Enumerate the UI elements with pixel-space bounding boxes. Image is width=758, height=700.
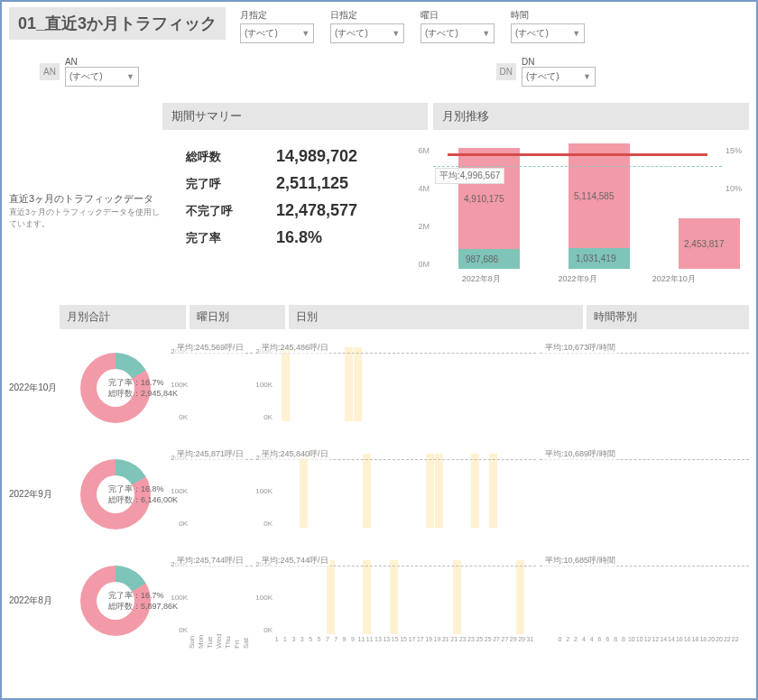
month-row-label: 2022年10月 (9, 382, 60, 394)
monthly-bar-label: 1,031,419 (576, 253, 616, 263)
mini-y-axis: 200K100K0K (171, 347, 190, 421)
chevron-down-icon: ▼ (572, 29, 580, 38)
filter-dn-select[interactable]: (すべて)▼ (522, 67, 596, 87)
mini-avg-label: 平均:245,744呼/日 (260, 555, 330, 566)
mini-avg-label: 平均:245,744呼/日 (175, 555, 245, 566)
filter-hour-label: 時間 (511, 9, 585, 22)
mini-x-axis (273, 423, 534, 436)
mini-x-axis: SunMonTueWedThuFriSat (188, 636, 251, 649)
mini-y-axis (540, 560, 558, 634)
month-row-label: 2022年8月 (9, 594, 60, 607)
donut-chart[interactable]: 完了率：16.8%総呼数：6,146,00K (60, 459, 171, 530)
chevron-down-icon: ▼ (583, 72, 591, 81)
monthly-y-axis: 6M4M2M0M (410, 146, 430, 269)
mini-avg-label: 平均:245,569呼/日 (175, 342, 245, 354)
monthly-x-axis: 2022年8月2022年9月2022年10月 (433, 273, 722, 285)
kpi-rate-value: 16.8% (276, 228, 322, 247)
page-title: 01_直近3か月トラフィック (9, 7, 226, 40)
mini-chart[interactable]: 平均:245,840呼/日200K100K0K (256, 447, 536, 542)
mini-x-axis (273, 530, 534, 542)
monthly-bar[interactable] (568, 143, 630, 269)
kpi-incomplete-value: 12,478,577 (276, 201, 357, 220)
header-hourly: 時間帯別 (587, 305, 749, 329)
monthly-bar-label: 4,910,175 (464, 194, 504, 204)
chevron-down-icon: ▼ (301, 29, 310, 38)
description: 直近3ヶ月のトラフィックデータ 直近3ヶ月のトラフィックデータを使用しています。 (9, 139, 162, 292)
donut-chart[interactable]: 完了率：16.7%総呼数：5,897,86K (60, 566, 171, 636)
kpi-complete-value: 2,511,125 (276, 174, 348, 193)
mini-y-axis (540, 347, 558, 421)
filter-dn-label: DN (522, 57, 534, 67)
header-monthly: 月別推移 (433, 103, 749, 130)
mini-x-axis (188, 423, 251, 436)
mini-chart[interactable]: 平均:10,673呼/時間 (540, 340, 749, 436)
monthly-avg-line (433, 166, 722, 167)
header-month-total: 月別合計 (60, 305, 186, 329)
chevron-down-icon: ▼ (126, 72, 134, 81)
mini-chart[interactable]: 平均:245,744呼/日200K100K0K11335577991111131… (256, 553, 536, 649)
header-dow: 曜日別 (190, 305, 285, 329)
filter-dow: 曜日 (すべて)▼ (421, 9, 495, 43)
mini-chart[interactable]: 平均:245,486呼/日200K100K0K (256, 340, 536, 436)
donut-label: 完了率：16.8%総呼数：6,146,00K (108, 484, 178, 505)
filter-month-label: 月指定 (240, 9, 314, 22)
mini-y-axis: 200K100K0K (171, 560, 190, 634)
kpi-total-label: 総呼数 (162, 149, 276, 165)
mini-x-axis: 0224466881010121214141616181820202222 (556, 636, 747, 649)
dashboard-frame: 01_直近3か月トラフィック 月指定 (すべて)▼ 日指定 (すべて)▼ 曜日 … (0, 0, 758, 700)
donut-label: 完了率：16.7%総呼数：5,897,86K (108, 591, 178, 612)
mini-chart[interactable]: 平均:10,689呼/時間 (540, 447, 749, 542)
monthly-avg-label: 平均:4,996,567 (435, 168, 504, 184)
filter-an-select[interactable]: (すべて)▼ (65, 67, 139, 87)
kpi-rate-label: 完了率 (162, 230, 276, 246)
kpi-total-value: 14,989,702 (276, 147, 357, 166)
header-daily: 日別 (289, 305, 583, 329)
filter-dow-label: 曜日 (421, 9, 495, 22)
mini-x-axis (556, 530, 747, 542)
filter-dn-badge: DN (496, 63, 516, 80)
mini-avg-label: 平均:245,871呼/日 (175, 448, 245, 460)
filter-dow-select[interactable]: (すべて)▼ (421, 23, 495, 43)
month-row: 2022年8月完了率：16.7%総呼数：5,897,86K平均:245,744呼… (9, 548, 749, 654)
mini-avg-label: 平均:245,840呼/日 (260, 448, 330, 460)
month-row: 2022年9月完了率：16.8%総呼数：6,146,00K平均:245,871呼… (9, 441, 749, 548)
filter-an-badge: AN (40, 63, 60, 80)
mini-y-axis: 200K100K0K (171, 454, 190, 528)
filter-hour-select[interactable]: (すべて)▼ (511, 23, 585, 43)
mini-chart[interactable]: 平均:10,685呼/時間 02244668810101212141416161… (540, 553, 749, 649)
filter-month-select[interactable]: (すべて)▼ (240, 23, 314, 43)
filter-day: 日指定 (すべて)▼ (330, 9, 404, 43)
filter-day-select[interactable]: (すべて)▼ (330, 23, 404, 43)
mini-avg-label: 平均:10,685呼/時間 (543, 555, 617, 566)
mini-x-axis (556, 423, 747, 436)
header-summary: 期間サマリー (162, 103, 428, 130)
kpi-complete-label: 完了呼 (162, 176, 276, 192)
monthly-bar-label: 987,686 (466, 254, 498, 264)
monthly-bar-label: 5,114,585 (574, 191, 615, 201)
mini-chart[interactable]: 平均:245,569呼/日200K100K0K (171, 340, 253, 436)
mini-x-axis: 1133557799111113131515171719192121232325… (273, 636, 534, 649)
mini-avg-label: 平均:10,673呼/時間 (543, 342, 617, 354)
mini-y-axis (540, 454, 558, 528)
filter-day-label: 日指定 (330, 9, 404, 22)
donut-chart[interactable]: 完了率：16.7%総呼数：2,945,84K (60, 353, 171, 423)
donut-label: 完了率：16.7%総呼数：2,945,84K (108, 378, 178, 399)
chevron-down-icon: ▼ (482, 29, 490, 38)
mini-y-axis: 200K100K0K (256, 454, 274, 528)
mini-x-axis (188, 530, 251, 542)
mini-avg-label: 平均:10,689呼/時間 (543, 448, 617, 460)
filter-hour: 時間 (すべて)▼ (511, 9, 585, 43)
month-row: 2022年10月完了率：16.7%総呼数：2,945,84K平均:245,569… (9, 335, 749, 441)
filter-an-label: AN (65, 57, 78, 67)
chevron-down-icon: ▼ (392, 29, 400, 38)
monthly-chart[interactable]: 6M4M2M0M 15%10%5%0% 平均:4,996,567 4,910,1… (410, 139, 749, 292)
monthly-red-line (448, 153, 707, 156)
month-row-label: 2022年9月 (9, 488, 60, 501)
mini-y-axis: 200K100K0K (256, 560, 274, 634)
kpi-incomplete-label: 不完了呼 (162, 203, 276, 219)
mini-chart[interactable]: 平均:245,871呼/日200K100K0K (171, 447, 253, 542)
mini-y-axis: 200K100K0K (256, 347, 274, 421)
mini-chart[interactable]: 平均:245,744呼/日200K100K0KSunMonTueWedThuFr… (171, 553, 253, 649)
mini-avg-label: 平均:245,486呼/日 (260, 342, 330, 354)
filter-month: 月指定 (すべて)▼ (240, 9, 314, 43)
